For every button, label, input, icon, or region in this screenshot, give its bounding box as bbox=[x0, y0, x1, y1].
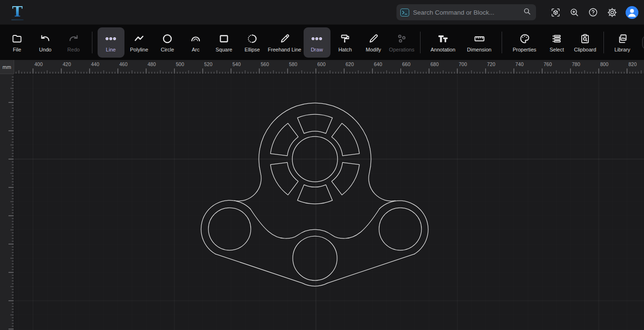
toolbar-separator bbox=[502, 32, 502, 53]
tool-operations[interactable]: Operations bbox=[388, 27, 415, 58]
tool-freehand-line[interactable]: Freehand Line bbox=[267, 27, 302, 58]
app-logo[interactable]: T bbox=[9, 5, 25, 20]
redo-arrow-icon bbox=[68, 33, 79, 45]
tool-library[interactable]: Library bbox=[609, 27, 636, 58]
tool-clipboard[interactable]: Clipboard bbox=[572, 27, 599, 58]
toolbar: File Undo Redo Line bbox=[0, 25, 644, 60]
canvas-grid bbox=[14, 74, 644, 330]
tool-modify[interactable]: Modify bbox=[360, 27, 387, 58]
toolbar-right-group: Library 0 bbox=[599, 27, 644, 58]
top-bar: T bbox=[0, 0, 644, 25]
tool-draw[interactable]: Draw bbox=[304, 27, 330, 58]
scan-3d-icon[interactable] bbox=[549, 6, 561, 18]
svg-text:820: 820 bbox=[628, 61, 637, 67]
svg-text:400: 400 bbox=[34, 61, 43, 67]
nodes-icon bbox=[396, 33, 407, 45]
svg-text:800: 800 bbox=[600, 61, 609, 67]
draw-points-icon bbox=[311, 33, 323, 45]
clipboard-search-icon bbox=[579, 33, 591, 45]
circle-icon bbox=[162, 33, 173, 45]
logo-wordmark bbox=[11, 19, 24, 20]
svg-text:420: 420 bbox=[63, 61, 71, 67]
tool-dimension[interactable]: Dimension bbox=[462, 27, 497, 58]
svg-text:540: 540 bbox=[232, 61, 241, 67]
svg-text:520: 520 bbox=[204, 61, 213, 67]
svg-text:780: 780 bbox=[572, 61, 580, 67]
tool-line[interactable]: Line bbox=[98, 27, 124, 58]
tool-ellipse[interactable]: Ellipse bbox=[239, 27, 266, 58]
square-icon bbox=[218, 33, 230, 45]
toolbar-separator bbox=[92, 32, 92, 53]
vertical-ruler bbox=[0, 74, 14, 330]
svg-text:460: 460 bbox=[119, 61, 128, 67]
cad-drawing[interactable] bbox=[201, 103, 429, 286]
svg-text:680: 680 bbox=[430, 61, 439, 67]
part-web-top-edge bbox=[250, 209, 380, 238]
cad-viewport[interactable] bbox=[14, 74, 644, 330]
svg-text:740: 740 bbox=[515, 61, 524, 67]
tool-properties[interactable]: Properties bbox=[507, 27, 542, 58]
help-icon[interactable] bbox=[587, 6, 599, 18]
svg-text:580: 580 bbox=[289, 61, 297, 67]
tool-circle[interactable]: Circle bbox=[154, 27, 181, 58]
ellipse-icon bbox=[247, 33, 258, 45]
search-input[interactable] bbox=[409, 9, 523, 16]
folder-icon bbox=[11, 33, 23, 45]
command-search-box[interactable] bbox=[396, 4, 536, 20]
tool-file[interactable]: File bbox=[4, 27, 31, 58]
terminal-icon bbox=[400, 8, 409, 17]
arc-icon bbox=[190, 33, 201, 45]
svg-text:760: 760 bbox=[544, 61, 552, 67]
svg-text:660: 660 bbox=[402, 61, 411, 67]
gear-icon[interactable] bbox=[606, 6, 618, 18]
avatar[interactable] bbox=[626, 6, 638, 19]
svg-text:620: 620 bbox=[346, 61, 354, 67]
svg-text:600: 600 bbox=[317, 61, 326, 67]
tool-arc[interactable]: Arc bbox=[182, 27, 209, 58]
toolbar-separator bbox=[420, 32, 421, 53]
svg-text:500: 500 bbox=[176, 61, 184, 67]
svg-text:440: 440 bbox=[91, 61, 99, 67]
svg-text:640: 640 bbox=[374, 61, 382, 67]
zoom-in-icon[interactable] bbox=[568, 6, 580, 18]
stacked-list-icon bbox=[551, 33, 562, 45]
library-icon bbox=[617, 33, 628, 45]
logo-letter: T bbox=[12, 5, 23, 19]
paint-roller-icon bbox=[339, 33, 351, 45]
palette-icon bbox=[519, 33, 530, 45]
tool-hatch[interactable]: Hatch bbox=[332, 27, 359, 58]
main-area bbox=[0, 74, 644, 330]
drawing-canvas[interactable] bbox=[14, 74, 644, 330]
pencil-icon bbox=[279, 33, 290, 45]
horizontal-ruler: 4004204404604805005205405605806006206406… bbox=[14, 60, 644, 74]
pencil-icon bbox=[368, 33, 379, 45]
toolbar-separator bbox=[603, 32, 604, 53]
svg-text:700: 700 bbox=[459, 61, 467, 67]
search-icon[interactable] bbox=[523, 7, 531, 17]
line-points-icon bbox=[105, 33, 117, 45]
tool-polyline[interactable]: Polyline bbox=[126, 27, 153, 58]
ruler-icon bbox=[473, 33, 486, 45]
tool-redo[interactable]: Redo bbox=[60, 27, 87, 58]
tool-select[interactable]: Select bbox=[544, 27, 570, 58]
ruler-row: mm 4004204404604805005205405605806006206… bbox=[0, 60, 644, 74]
tool-annotation[interactable]: Annotation bbox=[426, 27, 461, 58]
undo-arrow-icon bbox=[40, 33, 51, 45]
svg-text:720: 720 bbox=[487, 61, 495, 67]
svg-text:480: 480 bbox=[148, 61, 156, 67]
layers-counter-button[interactable]: 0 bbox=[642, 35, 644, 50]
polyline-icon bbox=[133, 33, 145, 45]
part-left-fillet bbox=[235, 173, 262, 201]
ruler-unit-box: mm bbox=[0, 60, 14, 74]
text-style-icon bbox=[437, 33, 449, 45]
tool-undo[interactable]: Undo bbox=[32, 27, 59, 58]
svg-text:560: 560 bbox=[261, 61, 269, 67]
tool-square[interactable]: Square bbox=[211, 27, 238, 58]
